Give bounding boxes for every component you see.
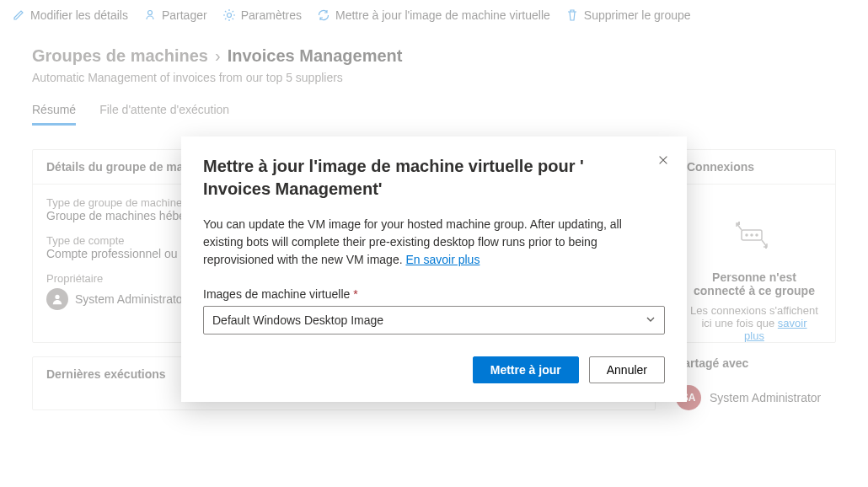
modal-overlay: Mettre à jour l'image de machine virtuel… [0, 0, 868, 487]
dialog-title: Mettre à jour l'image de machine virtuel… [203, 155, 665, 201]
cancel-button[interactable]: Annuler [589, 356, 665, 383]
update-vm-dialog: Mettre à jour l'image de machine virtuel… [181, 136, 687, 402]
chevron-down-icon [646, 313, 656, 327]
vm-image-selected-value: Default Windows Desktop Image [212, 313, 383, 327]
close-button[interactable] [655, 152, 672, 169]
learn-more-link[interactable]: En savoir plus [405, 253, 480, 266]
update-button[interactable]: Mettre à jour [473, 356, 579, 383]
vm-image-field-label: Images de machine virtuelle [203, 287, 350, 301]
vm-image-select[interactable]: Default Windows Desktop Image [203, 306, 665, 334]
required-indicator: * [353, 287, 357, 301]
